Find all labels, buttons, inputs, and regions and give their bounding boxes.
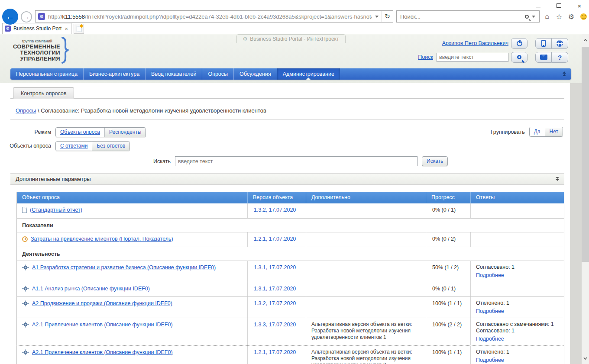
language-button[interactable]	[552, 38, 568, 49]
feedback-button[interactable]	[579, 12, 588, 21]
details-link[interactable]: Подробнее	[476, 336, 504, 342]
phone-icon	[541, 40, 546, 47]
help-button[interactable]: ?	[552, 52, 568, 63]
mode-switch: Объекты опросаРеспонденты	[55, 127, 146, 137]
nav-item[interactable]: Персональная страница	[10, 68, 83, 80]
answers-cell	[470, 282, 565, 296]
object-link[interactable]: A1 Разработка стратегии и развитие бизне…	[32, 264, 216, 271]
header-search-link[interactable]: Поиск	[418, 54, 433, 60]
answers-cell	[470, 203, 565, 218]
object-link[interactable]: (Стандартный отчет)	[30, 207, 82, 213]
site-favicon-gear-icon: ⚙	[38, 13, 45, 20]
group-label: Деятельность	[22, 251, 60, 257]
objects-label: Объекты опроса	[0, 143, 55, 149]
minimize-icon	[536, 7, 540, 7]
nav-item[interactable]: Бизнес-архитектура	[83, 68, 145, 80]
forward-icon: →	[23, 13, 29, 20]
objects-switch: С ответамиБез ответов	[55, 141, 130, 151]
company-logo: группа компаний СОВРЕМЕННЫЕ ТЕХНОЛОГИИ У…	[13, 37, 71, 64]
maximize-button[interactable]	[553, 1, 565, 10]
tab-close-button[interactable]: ×	[61, 26, 71, 32]
object-link[interactable]: Затраты на привлечение клиентов (Портал.…	[31, 236, 173, 242]
answers-cell: Согласовано: 1Подробнее	[470, 261, 565, 282]
browser-toolbar: ⌂ ☆ ⚙	[542, 12, 588, 21]
object-link[interactable]: A2 Продвижение и продажи (Описание функц…	[32, 300, 172, 306]
object-cell: A2.1 Привлечение клиентов (Описание функ…	[17, 318, 247, 345]
mobile-view-button[interactable]	[535, 38, 552, 49]
segment-option[interactable]: С ответами	[56, 142, 92, 151]
idef0-icon	[22, 264, 29, 271]
logo-brace-icon	[61, 37, 71, 64]
segment-option[interactable]: Да	[530, 127, 545, 136]
globe-icon	[557, 40, 563, 47]
nav-item[interactable]: Обсуждения	[233, 68, 277, 80]
table-row: A1.1 Анализ рынка (Описание функции IDEF…	[17, 282, 564, 296]
url-text[interactable]: http://k11:5558/InTekhProyekt/adminpoll.…	[48, 13, 372, 20]
indicator-icon	[22, 236, 28, 242]
user-name-link[interactable]: Архипов Петр Васильевич	[442, 40, 508, 46]
object-link[interactable]: A2.1 Привлечение клиентов (Описание функ…	[32, 322, 173, 328]
segment-option[interactable]: Объекты опроса	[56, 128, 104, 137]
document-icon	[22, 207, 27, 213]
magnifier-icon	[517, 55, 521, 59]
table-row: (Стандартный отчет)1.3.2, 17.07.20200% (…	[17, 203, 564, 218]
breadcrumb-link-polls[interactable]: Опросы	[16, 107, 36, 114]
details-link[interactable]: Подробнее	[476, 272, 504, 279]
back-button[interactable]: ←	[2, 9, 18, 25]
segment-option[interactable]: Без ответов	[92, 142, 129, 151]
tab-favicon-gear-icon: ⚙	[5, 26, 11, 32]
gear-icon: ⚙	[243, 36, 247, 42]
extra-cell	[306, 297, 426, 318]
object-link[interactable]: A2.1 Привлечение клиентов (Описание функ…	[32, 349, 173, 355]
scroll-down-button[interactable]	[582, 354, 589, 362]
vertical-scrollbar[interactable]	[582, 34, 589, 364]
search-submit-button[interactable]: Искать	[422, 156, 448, 166]
home-button[interactable]: ⌂	[542, 12, 552, 21]
logout-button[interactable]	[511, 38, 528, 49]
details-link[interactable]: Подробнее	[476, 357, 504, 364]
header-search-input[interactable]	[437, 53, 508, 62]
address-bar[interactable]: ⚙ http://k11:5558/InTekhProyekt/adminpol…	[35, 10, 393, 23]
chevron-down-icon	[532, 16, 535, 18]
header-search-button[interactable]	[511, 52, 528, 63]
chevron-up-icon	[583, 39, 587, 42]
nav-item[interactable]: Ввод показателей	[145, 68, 202, 80]
table-row: A2.1 Привлечение клиентов (Описание функ…	[17, 318, 564, 345]
tab-poll-control[interactable]: Контроль опросов	[13, 87, 74, 99]
nav-item[interactable]: Администрирование	[277, 68, 340, 80]
question-icon: ?	[558, 54, 562, 61]
version-cell: 1.3.2, 17.07.2020	[247, 297, 306, 318]
minimize-button[interactable]	[532, 1, 544, 10]
table-row: A2 Продвижение и продажи (Описание функц…	[17, 296, 564, 318]
table-row: A2.1 Привлечение клиентов (Описание функ…	[17, 345, 564, 364]
answer-status: Отклонено: 1	[476, 349, 561, 355]
details-link[interactable]: Подробнее	[476, 308, 504, 315]
scroll-up-button[interactable]	[582, 36, 589, 44]
column-header-extra: Дополнительно	[306, 192, 426, 203]
segment-option[interactable]: Нет	[545, 127, 563, 136]
browser-tab[interactable]: ⚙ Business Studio Portal ×	[2, 23, 71, 34]
section-header[interactable]: Дополнительные параметры	[10, 173, 564, 185]
favorites-button[interactable]: ☆	[554, 12, 564, 21]
browser-search-button[interactable]	[523, 15, 539, 19]
forward-button[interactable]: →	[21, 11, 32, 23]
progress-cell: 0% (0 / 2)	[426, 232, 470, 247]
url-dropdown-button[interactable]	[372, 11, 382, 22]
breadcrumb-title: Согласование: Разработка новой методолог…	[41, 107, 266, 114]
search-input[interactable]	[175, 156, 417, 166]
refresh-button[interactable]: ↻	[382, 11, 393, 22]
close-button[interactable]: ×	[573, 1, 586, 10]
scrollbar-thumb[interactable]	[582, 47, 589, 262]
settings-button[interactable]: ⚙	[566, 12, 576, 21]
object-link[interactable]: A1.1 Анализ рынка (Описание функции IDEF…	[32, 286, 150, 292]
segment-option[interactable]: Респонденты	[104, 128, 146, 137]
mail-button[interactable]	[535, 52, 552, 63]
section-collapse-icon[interactable]	[556, 177, 559, 181]
new-tab-button[interactable]	[74, 24, 84, 34]
breadcrumb: Опросы \ Согласование: Разработка новой …	[16, 107, 570, 114]
idef0-icon	[22, 300, 29, 306]
nav-item[interactable]: Опросы	[202, 68, 233, 80]
search-label: Искать	[0, 158, 175, 164]
browser-search-input[interactable]	[397, 13, 523, 20]
nav-collapse-button[interactable]	[563, 71, 566, 76]
